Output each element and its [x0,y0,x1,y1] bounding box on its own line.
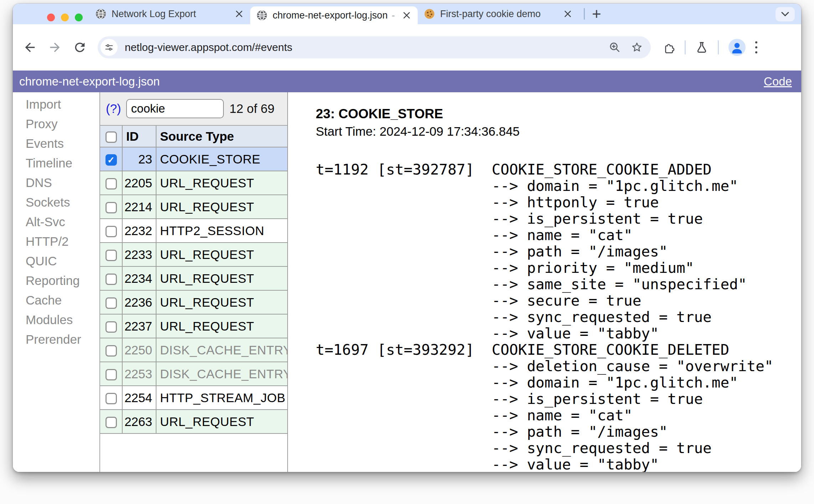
row-checkbox[interactable] [105,202,117,213]
sidebar-item-reporting[interactable]: Reporting [13,271,99,290]
sidebar-item-sockets[interactable]: Sockets [13,192,99,212]
sidebar-item-timeline[interactable]: Timeline [13,153,99,173]
tab-title: chrome-net-export-log.json [273,10,391,21]
event-row-2250[interactable]: 2250DISK_CACHE_ENTRY [100,338,287,362]
tab-network-log-export[interactable]: Network Log Export [89,4,250,24]
event-source-type: URL_REQUEST [156,266,287,290]
row-checkbox[interactable] [105,154,117,166]
toolbar-separator [685,40,686,54]
close-tab-icon[interactable] [402,11,411,20]
site-settings-chip[interactable] [101,39,118,56]
sidebar-item-events[interactable]: Events [13,134,99,153]
row-checkbox[interactable] [105,178,117,189]
detail-title: 23: COOKIE_STORE [316,106,798,121]
tab-chrome-net-export-log[interactable]: chrome-net-export-log.json - [250,6,418,24]
extensions-icon[interactable] [662,41,675,54]
sidebar-item-modules[interactable]: Modules [13,310,99,329]
tabs: Network Log Export chrome-net-export-log… [89,4,601,24]
sidebar-item-cache[interactable]: Cache [13,290,99,310]
event-source-type: COOKIE_STORE [156,147,287,171]
event-id: 2250 [122,338,156,362]
select-all-checkbox[interactable] [105,131,117,143]
sidebar-item-proxy[interactable]: Proxy [13,114,99,134]
row-checkbox[interactable] [105,297,117,309]
filter-input[interactable] [126,99,224,118]
event-source-type: URL_REQUEST [156,410,287,433]
sidebar-item-http-2[interactable]: HTTP/2 [13,232,99,251]
row-checkbox[interactable] [105,274,117,285]
event-source-type: DISK_CACHE_ENTRY [156,338,287,362]
close-tab-icon[interactable] [235,9,244,19]
row-checkbox[interactable] [105,345,117,357]
netlog-content: ImportProxyEventsTimelineDNSSocketsAlt-S… [13,92,801,472]
bookmark-star-icon[interactable] [631,41,643,53]
event-row-2237[interactable]: 2237URL_REQUEST [100,314,287,338]
back-icon[interactable] [23,40,37,54]
browser-toolbar: netlog-viewer.appspot.com/#events [13,24,801,71]
url-text[interactable]: netlog-viewer.appspot.com/#events [125,41,599,53]
event-id: 2214 [122,195,156,219]
row-checkbox[interactable] [105,369,117,380]
tab-first-party-cookie-demo[interactable]: First-party cookie demo [418,4,579,24]
event-source-type: DISK_CACHE_ENTRY [156,362,287,386]
detail-start-time: Start Time: 2024-12-09 17:34:36.845 [316,124,798,139]
event-row-2214[interactable]: 2214URL_REQUEST [100,195,287,219]
netlog-header-bar: chrome-net-export-log.json Code [13,71,801,92]
column-header-source-type[interactable]: Source Type [156,126,287,147]
row-checkbox[interactable] [105,250,117,261]
event-id: 2234 [122,266,156,290]
minimize-window-button[interactable] [61,14,69,21]
event-row-2232[interactable]: 2232HTTP2_SESSION [100,219,287,243]
globe-icon [96,9,106,19]
row-checkbox[interactable] [105,417,117,428]
row-checkbox[interactable] [105,321,117,333]
forward-icon[interactable] [48,40,62,54]
zoom-window-button[interactable] [75,14,83,21]
event-row-2254[interactable]: 2254HTTP_STREAM_JOB [100,386,287,410]
profile-avatar[interactable] [728,39,746,56]
sidebar-item-prerender[interactable]: Prerender [13,329,99,349]
sidebar-item-alt-svc[interactable]: Alt-Svc [13,212,99,232]
close-tab-icon[interactable] [563,9,572,19]
browser-menu-icon[interactable] [755,41,757,53]
sidebar-item-quic[interactable]: QUIC [13,251,99,271]
event-id: 2236 [122,290,156,314]
event-row-2234[interactable]: 2234URL_REQUEST [100,266,287,290]
zoom-icon[interactable] [609,41,621,53]
tab-title: Network Log Export [112,9,231,20]
event-row-2233[interactable]: 2233URL_REQUEST [100,243,287,266]
toolbar-actions [662,39,757,56]
reload-icon[interactable] [73,40,87,54]
event-row-23[interactable]: 23COOKIE_STORE [100,147,287,171]
row-checkbox[interactable] [105,393,117,404]
sidebar-item-dns[interactable]: DNS [13,173,99,192]
traffic-lights [47,14,83,21]
event-row-2205[interactable]: 2205URL_REQUEST [100,171,287,195]
new-tab-button[interactable]: + [592,6,601,22]
event-source-type: HTTP_STREAM_JOB [156,386,287,410]
tab-separator [584,8,585,20]
loaded-file-name: chrome-net-export-log.json [19,75,160,88]
event-id: 2205 [122,171,156,195]
event-row-2263[interactable]: 2263URL_REQUEST [100,410,287,433]
events-table-header: ID Source Type [100,126,287,147]
flask-icon[interactable] [695,41,708,54]
event-log[interactable]: t=1192 [st=392787] COOKIE_STORE_COOKIE_A… [316,161,798,472]
row-checkbox[interactable] [105,226,117,237]
close-window-button[interactable] [47,14,55,21]
event-id: 2263 [122,410,156,433]
event-id: 2253 [122,362,156,386]
event-source-type: HTTP2_SESSION [156,219,287,243]
code-link[interactable]: Code [764,75,792,88]
address-bar[interactable]: netlog-viewer.appspot.com/#events [98,36,651,58]
event-row-2236[interactable]: 2236URL_REQUEST [100,290,287,314]
filter-help-link[interactable]: (?) [106,102,121,116]
event-id: 23 [122,147,156,171]
tab-search-button[interactable] [776,7,795,21]
filter-result-count: 12 of 69 [230,102,275,116]
event-row-2253[interactable]: 2253DISK_CACHE_ENTRY [100,362,287,386]
events-table: ID Source Type 23COOKIE_STORE2205URL_REQ… [100,126,287,434]
desktop: Network Log Export chrome-net-export-log… [0,0,814,504]
column-header-id[interactable]: ID [122,126,156,147]
sidebar-item-import[interactable]: Import [13,94,99,114]
